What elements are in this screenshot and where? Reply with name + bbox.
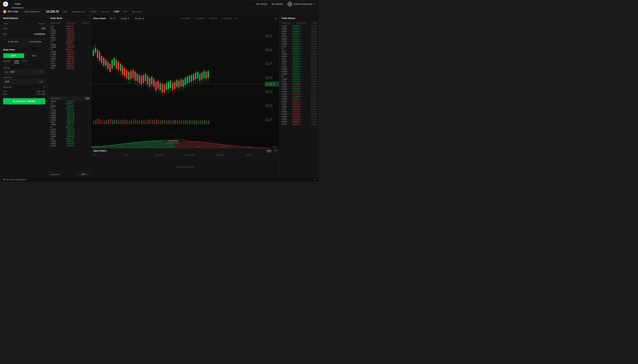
svg-rect-157 [129, 120, 130, 124]
svg-rect-146 [106, 120, 107, 124]
trade-history-row: 0.095210336.81 ↗9:50:14 [279, 28, 319, 30]
ob-bid-row: 0.616810326.30- [48, 135, 91, 138]
timeframe-selector[interactable]: 5m ▼ [108, 17, 117, 20]
limit-price-input-row[interactable]: USD [3, 79, 45, 84]
svg-rect-133 [201, 72, 203, 79]
overlay-selector[interactable]: Overlay ▼ [133, 17, 146, 20]
ticker-last-price: 10,336.78 [46, 10, 59, 13]
nav-tab-trade[interactable]: Trade [12, 0, 23, 8]
svg-rect-168 [152, 120, 153, 124]
svg-rect-97 [164, 84, 165, 92]
ob-ask-row: 0.592210344.30- [48, 32, 91, 34]
chart-expand-icon[interactable]: ▶ [275, 17, 277, 20]
svg-rect-85 [151, 77, 153, 85]
svg-rect-194 [206, 120, 207, 124]
chart-type-selector[interactable]: Candle ▼ [119, 17, 131, 20]
ob-ask-row: 0.610341.80- [48, 48, 91, 51]
ob-bid-row: 6.000010325.25- [48, 142, 91, 144]
svg-rect-103 [170, 80, 171, 88]
svg-rect-43 [107, 62, 109, 69]
svg-rect-81 [147, 76, 148, 84]
svg-text:Mid Market Price: Mid Market Price [167, 142, 179, 144]
svg-rect-160 [135, 120, 136, 124]
open-orders-tab-fills[interactable]: Fills [273, 150, 277, 152]
svg-rect-174 [164, 120, 165, 124]
svg-rect-31 [95, 48, 96, 53]
status-bar: All Systems Operational ⚙ [0, 177, 319, 182]
limit-price-input[interactable] [5, 80, 39, 83]
trade-history-row: 0.296810336.80 ↗9:49:06 [279, 73, 319, 75]
trade-history-row: 0.002310333.01 ↘9:48:53 [279, 100, 319, 103]
market-select[interactable]: Select Market ▼ [23, 10, 42, 14]
price-chart-svg: $10,425 $10,400 $10,375 $10,350 $10,336.… [91, 22, 279, 134]
trade-history-row: 0.004510339.33 ↗9:49:13 [279, 70, 319, 73]
svg-rect-179 [175, 120, 176, 124]
svg-rect-190 [198, 120, 199, 124]
order-type-stop[interactable]: STOP [22, 60, 28, 63]
settings-gear-icon[interactable]: ⚙ [314, 178, 316, 181]
svg-rect-185 [187, 120, 188, 124]
amount-input[interactable] [10, 71, 39, 73]
svg-rect-188 [194, 120, 195, 124]
total-row: Total ≈ 0.00 USD [3, 93, 45, 95]
sell-tab[interactable]: SELL [24, 54, 45, 58]
ticker-bar: ₿ BTC-USD Select Market ▼ 10,336.78 USD … [0, 8, 319, 15]
trade-history-rows: 0.010210336.78 ↗9:50:15 0.095210336.81 ↗… [279, 25, 319, 177]
my-orders-button[interactable]: My Orders [256, 3, 267, 5]
ob-bid-row: 1.000010327.95- [48, 124, 91, 126]
max-button[interactable]: Max [5, 71, 9, 73]
svg-rect-127 [195, 72, 196, 79]
place-order-button[interactable]: PLACE BUY ORDER [3, 98, 45, 104]
svg-rect-63 [128, 72, 129, 80]
ob-ask-row: 3.1410344.45- [48, 25, 91, 28]
svg-rect-189 [196, 120, 197, 124]
svg-rect-154 [123, 120, 124, 124]
trade-history-row: 0.002410336.29 ↗9:49:01 [279, 90, 319, 93]
trade-history-row: 0.002710332.95 ↘9:48:22 [279, 123, 319, 126]
deposit-button[interactable]: ⊕ DEPOSIT [3, 39, 24, 44]
chevron-down-icon: ▼ [314, 3, 316, 5]
withdraw-button[interactable]: ⊙ WITHDRAW [25, 39, 45, 44]
app-logo[interactable]: C [3, 2, 8, 7]
charts-header: Price Charts 5m ▼ Candle ▼ Overlay ▼ O: … [91, 15, 279, 22]
ticker-volume-label: 24h volume [132, 10, 142, 13]
trade-history-row: 0.007610335.13 ↗9:49:48 [279, 35, 319, 38]
ob-bid-row: 1.022210326.50- [48, 128, 91, 130]
svg-rect-51 [116, 60, 117, 68]
chevron-down-icon: ▼ [113, 18, 115, 20]
svg-rect-99 [166, 83, 167, 90]
svg-rect-109 [176, 80, 177, 87]
deposit-icon: ⊕ [8, 40, 9, 43]
svg-rect-67 [133, 70, 134, 78]
svg-rect-93 [160, 83, 161, 90]
svg-rect-187 [191, 120, 193, 124]
svg-rect-65 [130, 71, 132, 79]
user-section[interactable]: Satoshi Nakamoto ▼ [287, 2, 316, 7]
chevron-down-icon: ▼ [143, 18, 145, 20]
buy-tab[interactable]: BUY [3, 54, 24, 58]
my-wallets-button[interactable]: My Wallets [272, 3, 283, 5]
svg-text:$10,336.78: $10,336.78 [266, 82, 275, 86]
svg-rect-181 [179, 120, 180, 124]
svg-rect-172 [160, 120, 161, 124]
ohlcv-display: O: 10,338.05 H: 10,338.05 L: 10,336.78 C… [180, 18, 241, 20]
advanced-toggle[interactable]: Advanced ▼ [3, 86, 45, 88]
amount-input-row[interactable]: Max BTC [3, 70, 45, 74]
user-avatar [287, 2, 292, 7]
trade-history-row: 0.109410332.96 ↘9:48:53 [279, 105, 319, 108]
order-type-market[interactable]: MARKET [3, 60, 11, 63]
svg-rect-37 [101, 56, 102, 63]
svg-rect-195 [208, 120, 209, 124]
open-orders-tab-open[interactable]: Open [267, 150, 272, 152]
aggregation-decrease[interactable]: − [78, 173, 81, 176]
svg-rect-158 [131, 120, 132, 124]
svg-rect-193 [204, 120, 205, 124]
ob-ask-row: 0.0110344.40- [48, 28, 91, 30]
trade-history-row: 0.01110338.05 ↗9:49:20 [279, 63, 319, 65]
svg-rect-87 [153, 79, 155, 87]
svg-rect-111 [178, 80, 180, 88]
aggregation-increase[interactable]: + [86, 173, 89, 176]
order-type-limit[interactable]: LIMIT [14, 60, 19, 63]
svg-rect-69 [134, 72, 136, 80]
chevron-down-icon: ▼ [128, 18, 130, 20]
